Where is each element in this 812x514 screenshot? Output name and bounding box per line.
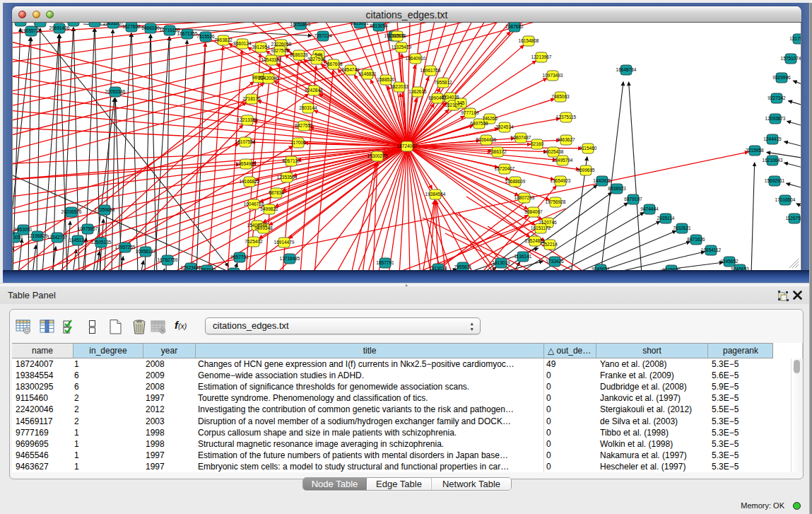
svg-text:13654923: 13654923 [551,178,571,183]
svg-text:8471626: 8471626 [687,237,705,242]
svg-text:16107554: 16107554 [235,139,256,144]
svg-text:15692911: 15692911 [765,178,785,183]
svg-text:15300275: 15300275 [367,153,388,158]
svg-text:8938923: 8938923 [608,186,626,191]
svg-text:62160: 62160 [531,141,543,146]
svg-text:7463822: 7463822 [214,37,233,42]
svg-text:9853051: 9853051 [14,227,33,232]
svg-text:252214: 252214 [542,242,558,247]
svg-text:9329996: 9329996 [772,75,791,80]
svg-text:587834: 587834 [269,190,284,195]
svg-text:1857791: 1857791 [376,260,394,265]
svg-text:1145134: 1145134 [69,238,87,243]
svg-text:9499348: 9499348 [254,226,273,230]
svg-text:117006: 117006 [290,140,306,145]
svg-text:20364436: 20364436 [476,137,497,142]
svg-text:16961758: 16961758 [420,68,441,73]
svg-text:345: 345 [457,100,465,105]
svg-text:12213967: 12213967 [531,54,552,59]
svg-text:16671355: 16671355 [177,31,198,36]
svg-text:9115460: 9115460 [579,146,597,151]
svg-text:9245650: 9245650 [662,267,681,270]
svg-text:12505135: 12505135 [91,240,112,245]
svg-text:19756928: 19756928 [546,199,566,204]
svg-text:1126753: 1126753 [786,216,801,221]
svg-text:1440935: 1440935 [593,178,611,183]
svg-text:7120746: 7120746 [539,220,557,225]
svg-text:12375115: 12375115 [556,115,577,119]
svg-text:1913018: 1913018 [429,266,447,270]
svg-text:9384067: 9384067 [524,209,543,214]
svg-text:18807293: 18807293 [514,195,535,200]
svg-text:746266: 746266 [482,116,498,121]
svg-text:1244415: 1244415 [763,136,782,141]
svg-text:9227342: 9227342 [767,95,786,100]
svg-text:9242848: 9242848 [305,88,323,93]
svg-text:8660124: 8660124 [233,41,252,46]
svg-text:7955812: 7955812 [434,80,452,85]
svg-text:10653267: 10653267 [103,23,124,25]
svg-text:20206576: 20206576 [61,209,82,214]
svg-text:9146821: 9146821 [358,71,377,76]
svg-text:8813054: 8813054 [370,23,388,28]
svg-text:5499822: 5499822 [260,206,278,211]
svg-text:1362616: 1362616 [388,33,406,38]
svg-text:19166822: 19166822 [240,179,260,184]
svg-text:10975857: 10975857 [78,226,98,231]
svg-text:17359658: 17359658 [95,207,115,212]
svg-text:7955811: 7955811 [454,264,472,269]
svg-text:2867608: 2867608 [324,62,343,66]
svg-text:9699695: 9699695 [577,168,595,173]
svg-text:8267110: 8267110 [283,158,300,163]
svg-text:10025438: 10025438 [543,149,564,154]
svg-text:16154808: 16154808 [519,38,539,43]
svg-text:1362615: 1362615 [408,89,427,94]
svg-text:17016504: 17016504 [775,197,796,202]
svg-text:9474444: 9474444 [640,206,659,211]
svg-text:19055713: 19055713 [21,28,42,33]
svg-text:9777169: 9777169 [461,110,479,115]
svg-text:3822033: 3822033 [390,84,408,89]
svg-text:3912954: 3912954 [252,45,270,49]
svg-text:7357224: 7357224 [314,33,332,38]
svg-text:3215958: 3215958 [746,148,764,153]
svg-text:3824514: 3824514 [495,124,514,129]
svg-text:9463627: 9463627 [557,137,575,142]
svg-text:12353594: 12353594 [277,175,298,180]
svg-text:12495794: 12495794 [553,158,573,163]
svg-text:8186328: 8186328 [290,52,308,57]
svg-text:7515526: 7515526 [196,34,215,39]
svg-text:1733426: 1733426 [546,259,564,264]
svg-text:16914479: 16914479 [274,240,295,245]
svg-text:16782759: 16782759 [158,257,178,262]
svg-text:1292345: 1292345 [198,267,216,270]
svg-text:19384554: 19384554 [425,192,446,197]
svg-text:13716485: 13716485 [280,256,300,261]
svg-text:7485063: 7485063 [551,94,570,99]
svg-text:9245652: 9245652 [720,259,739,264]
svg-text:10688609: 10688609 [505,179,526,184]
svg-text:12093873: 12093873 [765,116,786,121]
svg-text:16151172: 16151172 [531,226,551,230]
svg-text:1913019: 1913019 [492,260,510,265]
svg-text:15751074: 15751074 [781,56,801,61]
svg-text:2935114: 2935114 [657,216,675,221]
svg-text:22420046: 22420046 [259,76,279,81]
svg-text:12213389: 12213389 [237,117,258,122]
svg-text:18640910: 18640910 [406,56,426,61]
svg-text:8427552: 8427552 [295,123,313,128]
svg-text:2803144: 2803144 [299,105,317,110]
svg-text:8454749: 8454749 [341,67,360,72]
svg-text:6497568: 6497568 [470,121,488,126]
svg-text:10654112: 10654112 [701,247,722,252]
svg-text:9327508: 9327508 [307,57,326,62]
svg-text:20691406: 20691406 [49,25,70,30]
svg-text:7625402: 7625402 [245,239,263,244]
svg-text:8813051: 8813051 [351,23,369,25]
svg-text:16648784: 16648784 [616,67,637,72]
svg-text:2718176: 2718176 [242,96,261,101]
svg-text:1588520: 1588520 [377,77,395,82]
svg-text:10807487: 10807487 [511,135,531,140]
svg-text:10958147: 10958147 [136,249,156,254]
svg-text:23226058: 23226058 [271,42,292,47]
